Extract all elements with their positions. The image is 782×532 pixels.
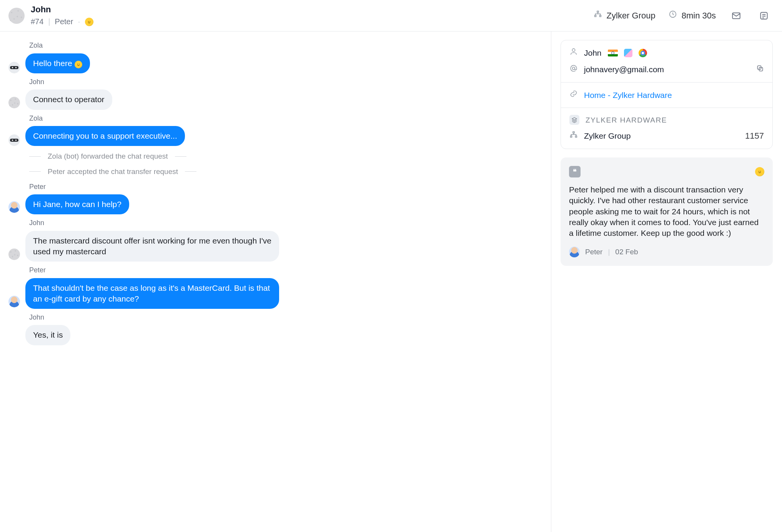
svg-point-0 (88, 21, 89, 22)
svg-point-24 (760, 171, 761, 172)
svg-point-17 (572, 67, 575, 70)
rating-smiley-icon (755, 167, 764, 176)
org-name: Zylker Group (607, 10, 656, 22)
message-row: Connect to operator (8, 89, 539, 109)
message-group: PeterHi Jane, how can I help? (8, 182, 539, 215)
svg-point-1 (90, 21, 90, 22)
group-line[interactable]: Zylker Group 1157 (569, 130, 764, 142)
os-icon (624, 49, 632, 57)
header-subline: #74 | Peter · (31, 16, 93, 28)
message-row: Connecting you to a support executive... (8, 126, 539, 146)
layers-icon (569, 115, 579, 125)
country-flag-india (608, 50, 618, 56)
email-value: johnavery@gmail.com (584, 64, 750, 75)
message-row: Hello there (8, 53, 539, 73)
svg-point-16 (572, 49, 575, 51)
email-line: johnavery@gmail.com (569, 64, 764, 75)
chat-header: John #74 | Peter · Zylker Group 8min 30s (0, 0, 782, 31)
quote-icon: ❝ (569, 166, 581, 177)
customer-name-value: John (584, 48, 602, 58)
message-sender: John (29, 313, 539, 322)
message-sender: John (29, 218, 539, 227)
message-group: PeterThat shouldn't be the case as long … (8, 265, 539, 309)
message-sender: John (29, 77, 539, 86)
svg-point-23 (759, 171, 759, 172)
message-group: JohnThe mastercard discount offer isnt w… (8, 218, 539, 262)
source-page-line[interactable]: Home - Zylker Hardware (569, 89, 764, 101)
copy-email-button[interactable] (756, 64, 764, 75)
message-bubble[interactable]: Yes, it is (25, 325, 70, 345)
message-sender: Zola (29, 41, 539, 50)
message-bubble[interactable]: Connecting you to a support executive... (25, 126, 185, 146)
customer-line: John (569, 47, 764, 58)
org-icon (569, 131, 578, 142)
message-group: JohnConnect to operator (8, 77, 539, 110)
system-message: Peter accepted the chat transfer request (29, 167, 539, 177)
svg-point-15 (15, 140, 17, 141)
smiley-icon (85, 18, 93, 26)
customer-avatar (8, 97, 20, 108)
message-row: Hi Jane, how can I help? (8, 194, 539, 214)
svg-point-12 (79, 64, 80, 65)
bot-avatar (8, 62, 20, 73)
review-footer: Peter | 02 Feb (569, 247, 764, 257)
review-text: Peter helped me with a discount transact… (569, 184, 764, 239)
customer-avatar (8, 249, 20, 260)
svg-rect-4 (599, 15, 601, 17)
chat-transcript: ZolaHello thereJohnConnect to operatorZo… (0, 31, 551, 532)
svg-rect-21 (571, 136, 572, 137)
message-group: ZolaHello there (8, 41, 539, 73)
clock-icon (669, 10, 677, 22)
mail-button[interactable] (729, 8, 744, 23)
svg-rect-20 (573, 131, 574, 133)
review-author: Peter (585, 247, 602, 257)
smiley-icon (75, 61, 82, 68)
svg-point-9 (12, 67, 13, 68)
header-right: Zylker Group 8min 30s (594, 8, 771, 23)
separator-dot: · (78, 16, 80, 28)
svg-rect-2 (597, 11, 599, 13)
assigned-agent[interactable]: Peter (55, 17, 73, 27)
system-message: Zola (bot) forwarded the chat request (29, 151, 539, 161)
message-bubble[interactable]: The mastercard discount offer isnt worki… (25, 231, 279, 262)
user-icon (569, 47, 578, 58)
message-sender: Peter (29, 182, 539, 191)
message-bubble[interactable]: That shouldn't be the case as long as it… (25, 278, 279, 309)
department-label: ZYLKER HARDWARE (586, 115, 667, 125)
message-sender: Zola (29, 114, 539, 123)
org-indicator[interactable]: Zylker Group (594, 10, 656, 22)
message-bubble[interactable]: Hello there (25, 53, 90, 73)
group-name: Zylker Group (584, 131, 739, 141)
notes-button[interactable] (757, 8, 771, 23)
message-bubble[interactable]: Hi Jane, how can I help? (25, 194, 129, 214)
agent-avatar (8, 296, 20, 307)
department-line: ZYLKER HARDWARE (569, 115, 764, 125)
message-row: That shouldn't be the case as long as it… (8, 278, 539, 309)
separator: | (608, 247, 610, 257)
header-title-block: John #74 | Peter · (31, 4, 93, 27)
message-group: ZolaConnecting you to a support executiv… (8, 114, 539, 146)
agent-avatar (8, 201, 20, 213)
customer-avatar[interactable] (8, 8, 25, 24)
svg-rect-3 (594, 15, 596, 17)
svg-rect-22 (576, 136, 577, 137)
message-sender: Peter (29, 265, 539, 275)
browser-chrome-icon (639, 49, 647, 57)
source-page-link[interactable]: Home - Zylker Hardware (584, 90, 672, 101)
message-row: Yes, it is (8, 325, 539, 345)
message-row: The mastercard discount offer isnt worki… (8, 231, 539, 262)
svg-rect-8 (10, 66, 18, 69)
org-icon (594, 10, 602, 22)
duration-value: 8min 30s (682, 10, 716, 22)
customer-card: John johnavery@gmail.com (561, 40, 773, 149)
info-sidebar: John johnavery@gmail.com (551, 31, 782, 532)
message-bubble[interactable]: Connect to operator (25, 89, 112, 109)
svg-point-14 (12, 140, 13, 141)
header-left: John #74 | Peter · (8, 4, 93, 27)
separator: | (48, 17, 50, 27)
ticket-id[interactable]: #74 (31, 17, 43, 27)
svg-rect-13 (10, 139, 18, 142)
group-number: 1157 (745, 130, 764, 142)
link-icon (569, 89, 578, 101)
message-group: JohnYes, it is (8, 313, 539, 345)
